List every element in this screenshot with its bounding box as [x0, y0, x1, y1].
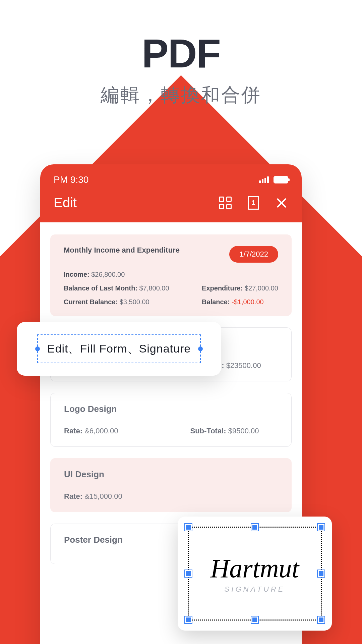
resize-handle[interactable]	[251, 616, 258, 623]
grid-view-button[interactable]	[219, 196, 232, 210]
signature-popup[interactable]: Hartmut SIGNATURE	[178, 517, 332, 631]
spacer	[202, 271, 278, 278]
summary-title: Monthly Income and Expenditure	[64, 246, 180, 255]
battery-icon	[274, 176, 288, 183]
signature-label: SIGNATURE	[225, 585, 285, 594]
summary-card: Monthly Income and Expenditure 1/7/2022 …	[50, 234, 292, 316]
hero-title: PDF	[0, 30, 362, 76]
page-count-button[interactable]: 1	[247, 196, 260, 210]
hero: PDF 編輯，轉換和合併	[0, 0, 362, 108]
page-icon: 1	[248, 196, 259, 210]
text-selection-box[interactable]: Edit、Fill Form、Signature	[37, 334, 201, 363]
resize-handle[interactable]	[251, 524, 258, 531]
item-card-logo[interactable]: Logo Design Rate: &6,000.00 Sub-Total: $…	[50, 393, 292, 447]
edit-popup-text: Edit、Fill Form、Signature	[47, 342, 191, 355]
selection-handle-left[interactable]	[35, 346, 40, 351]
income-line: Income: $26,800.00	[64, 271, 169, 278]
item-title: UI Design	[64, 469, 278, 480]
expenditure-line: Expenditure: $27,000.00	[202, 284, 278, 292]
selection-handle-right[interactable]	[198, 346, 203, 351]
resize-handle[interactable]	[185, 524, 192, 531]
status-bar: PM 9:30	[40, 164, 302, 192]
resize-handle[interactable]	[318, 616, 324, 623]
resize-handle[interactable]	[185, 570, 192, 577]
current-balance-line: Current Balance: $3,500.00	[64, 298, 169, 306]
status-time: PM 9:30	[54, 174, 88, 185]
resize-handle[interactable]	[318, 524, 324, 531]
close-button[interactable]	[275, 196, 288, 210]
text-edit-popup[interactable]: Edit、Fill Form、Signature	[17, 322, 221, 376]
signal-icon	[259, 176, 269, 183]
date-pill[interactable]: 1/7/2022	[229, 246, 278, 263]
balance-line: Balance: -$1,000.00	[202, 298, 278, 306]
page-count: 1	[251, 199, 255, 207]
resize-handle[interactable]	[318, 570, 324, 577]
resize-handle[interactable]	[185, 616, 192, 623]
grid-icon	[219, 197, 232, 209]
appbar-title: Edit	[54, 195, 77, 210]
signature-name: Hartmut	[210, 553, 299, 584]
hero-subtitle: 編輯，轉換和合併	[0, 83, 362, 108]
item-card-ui[interactable]: UI Design Rate: &15,000.00	[50, 458, 292, 512]
balance-last-line: Balance of Last Month: $7,800.00	[64, 284, 169, 292]
app-bar: Edit 1	[40, 192, 302, 222]
signature-box[interactable]: Hartmut SIGNATURE	[188, 527, 322, 621]
close-icon	[276, 197, 288, 209]
item-title: Logo Design	[64, 404, 278, 414]
